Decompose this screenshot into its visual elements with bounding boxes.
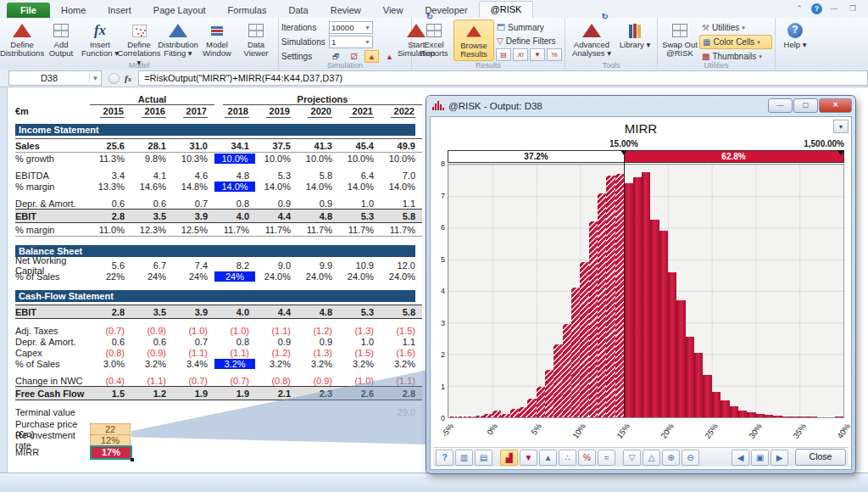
cell-value[interactable]: 7.4 — [173, 260, 214, 271]
copy-to-excel-icon[interactable]: ▤ — [475, 450, 492, 466]
cell-value[interactable]: 10.0% — [381, 154, 422, 164]
cell-value[interactable]: 6.7 — [131, 260, 173, 271]
cell-value[interactable]: (1.3) — [339, 326, 381, 336]
cell-value[interactable]: 10.9 — [339, 260, 381, 271]
cell-value[interactable]: 5.8 — [381, 307, 422, 317]
cell-value[interactable]: 4.8 — [298, 211, 339, 221]
histogram-bar[interactable] — [676, 300, 685, 417]
cell-value[interactable]: (1.2) — [256, 348, 298, 358]
cell-value[interactable]: 14.8% — [173, 182, 214, 192]
cell-value[interactable]: 7.0 — [381, 171, 422, 181]
histogram-bar[interactable] — [756, 414, 765, 417]
risk-window-titlebar[interactable]: @RISK - Output: D38 — ▢ ✕ — [426, 96, 855, 115]
tab-data[interactable]: Data — [277, 3, 319, 18]
cell-value[interactable]: (0.9) — [131, 348, 173, 358]
histogram-bar[interactable] — [650, 220, 659, 417]
histogram-bar[interactable] — [510, 409, 519, 417]
cell-value[interactable]: 9.8% — [131, 154, 173, 164]
cell-value[interactable]: 10.0% — [256, 154, 298, 164]
restore-icon[interactable]: ▢ — [793, 98, 818, 113]
cell-value[interactable]: (1.1) — [214, 348, 256, 358]
cell-value[interactable]: (1.5) — [339, 348, 381, 358]
histogram-bar[interactable] — [642, 172, 650, 417]
cell-value[interactable]: (0.8) — [256, 376, 298, 386]
cell-value[interactable]: 3.2% — [131, 359, 173, 369]
cell-value[interactable]: 13.3% — [90, 182, 131, 192]
risk-input-cell[interactable]: 14.0% — [214, 182, 255, 192]
cell-value[interactable]: 12.0 — [381, 260, 422, 271]
right-delimiter-marker[interactable] — [837, 150, 844, 155]
cell-value[interactable]: 14.0% — [298, 182, 339, 192]
minimize-icon[interactable]: — — [768, 98, 793, 113]
next-output-icon[interactable]: ▶ — [771, 450, 788, 466]
restore-window-icon[interactable]: ❐ — [846, 3, 860, 14]
histogram-bar[interactable] — [712, 392, 721, 417]
cell-value[interactable]: 0.9 — [256, 337, 298, 347]
cell-value[interactable]: (1.0) — [173, 326, 214, 336]
histogram-bar[interactable] — [703, 375, 711, 417]
cell-value[interactable]: (0.7) — [173, 376, 214, 386]
minimize-window-icon[interactable]: — — [827, 3, 841, 14]
histogram-bar[interactable] — [606, 176, 615, 417]
cell-value[interactable]: 11.7% — [298, 225, 339, 235]
percent-format-icon[interactable]: % — [578, 450, 596, 466]
cell-value[interactable]: 0.9 — [256, 198, 298, 209]
cell-value[interactable]: 1.0 — [339, 198, 381, 209]
output-list-icon[interactable]: ▣ — [751, 450, 769, 466]
histogram-bar[interactable] — [686, 337, 694, 417]
cell-value[interactable]: 1.0 — [339, 337, 381, 347]
cell-value[interactable]: 3.9 — [173, 211, 214, 221]
cell-value[interactable]: (1.2) — [298, 326, 339, 336]
utilities-menu-button[interactable]: ⚒ Utilities▾ — [699, 21, 772, 34]
formula-input[interactable]: =RiskOutput("MIRR")+MIRR(F44:K44,D37,D37… — [138, 70, 868, 86]
tab-developer[interactable]: Developer — [414, 3, 478, 18]
histogram-bar[interactable] — [835, 417, 843, 417]
histogram-bar[interactable] — [466, 417, 475, 417]
histogram-bar[interactable] — [668, 272, 676, 417]
histogram-bar[interactable] — [589, 221, 598, 417]
cell-value[interactable]: 1.9 — [214, 389, 256, 399]
cell-value[interactable]: 3.5 — [131, 211, 173, 221]
histogram-bar[interactable] — [730, 406, 738, 417]
cell-value[interactable]: 4.0 — [214, 307, 256, 317]
cell-value[interactable]: 11.7% — [339, 225, 381, 235]
histogram-bar[interactable] — [492, 411, 501, 417]
cell-value[interactable]: 1.9 — [173, 389, 214, 399]
histogram-bar[interactable] — [694, 353, 703, 417]
histogram-bar[interactable] — [475, 416, 483, 417]
histogram-bar[interactable] — [738, 411, 747, 417]
histogram-bar[interactable] — [624, 183, 632, 417]
cell-value[interactable]: (1.1) — [131, 376, 173, 386]
cell-value[interactable]: 0.7 — [173, 337, 214, 347]
define-filters-button[interactable]: ▽ Define Filters — [494, 35, 562, 48]
overlay-icon[interactable]: △ — [643, 450, 660, 466]
cell-value[interactable]: 45.4 — [339, 141, 381, 151]
cell-value[interactable]: 4.8 — [298, 307, 339, 317]
cell-value[interactable]: 25.6 — [90, 141, 131, 151]
histogram-bar[interactable] — [519, 407, 527, 417]
cell-value[interactable]: 8.2 — [214, 260, 256, 271]
cell-value[interactable]: 34.1 — [214, 141, 256, 151]
risk-assumption-cell[interactable]: 22 — [90, 423, 131, 435]
cell-value[interactable]: (1.1) — [173, 348, 214, 358]
cell-value[interactable]: 5.3 — [256, 171, 298, 181]
histogram-bar[interactable] — [615, 174, 624, 417]
cell-value[interactable]: (1.1) — [256, 326, 298, 336]
cell-value[interactable]: 31.0 — [173, 141, 214, 151]
scatter-icon[interactable]: ∴ — [559, 450, 576, 466]
cumulative-curve-icon[interactable]: ≈ — [598, 450, 615, 466]
cell-value[interactable]: (0.9) — [131, 326, 173, 336]
histogram-bar[interactable] — [747, 412, 755, 417]
cell-value[interactable]: 1.1 — [381, 337, 422, 347]
histogram-bar[interactable] — [633, 177, 642, 417]
cell-value[interactable]: (0.9) — [298, 376, 339, 386]
risk-assumption-cell[interactable]: 12% — [90, 434, 131, 446]
histogram-bar[interactable] — [782, 417, 791, 417]
cell-value[interactable]: (0.4) — [90, 376, 131, 386]
prev-output-icon[interactable]: ◀ — [732, 450, 749, 466]
cell-value[interactable]: 24.0% — [256, 271, 298, 282]
cell-value[interactable]: 10.0% — [214, 154, 256, 164]
cell-value[interactable]: 10.0% — [298, 154, 339, 164]
cell-value[interactable]: 3.2% — [381, 359, 422, 369]
cell-value[interactable]: 0.8 — [214, 337, 256, 347]
